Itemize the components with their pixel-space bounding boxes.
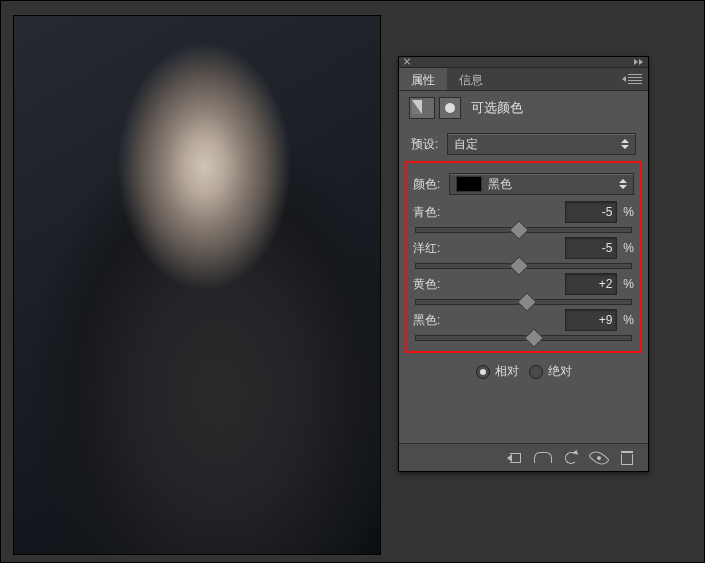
close-icon[interactable] xyxy=(403,58,411,66)
method-radios: 相对 绝对 xyxy=(411,363,636,380)
panel-footer xyxy=(399,443,648,471)
magenta-input[interactable] xyxy=(565,237,617,259)
delete-button[interactable] xyxy=(614,448,640,468)
cyan-unit: % xyxy=(623,205,634,219)
cyan-input[interactable] xyxy=(565,201,617,223)
yellow-input[interactable] xyxy=(565,273,617,295)
cyan-label: 青色: xyxy=(413,204,440,221)
black-unit: % xyxy=(623,313,634,327)
colors-value: 黑色 xyxy=(488,176,512,193)
relative-label: 相对 xyxy=(495,363,519,380)
preset-value: 自定 xyxy=(454,136,478,153)
magenta-slider[interactable] xyxy=(415,263,632,269)
chevron-updown-icon xyxy=(619,179,627,189)
colors-select[interactable]: 黑色 xyxy=(449,173,634,195)
black-label: 黑色: xyxy=(413,312,440,329)
collapse-icon[interactable] xyxy=(634,59,644,65)
yellow-slider[interactable] xyxy=(415,299,632,305)
properties-panel: 属性 信息 可选颜色 预设: 自定 颜色: xyxy=(398,56,649,472)
black-slider[interactable] xyxy=(415,335,632,341)
chevron-updown-icon xyxy=(621,139,629,149)
adjustment-thumb-icon[interactable] xyxy=(409,97,435,119)
panel-menu-button[interactable] xyxy=(628,68,648,90)
magenta-label: 洋红: xyxy=(413,240,440,257)
magenta-unit: % xyxy=(623,241,634,255)
slider-thumb[interactable] xyxy=(524,328,544,348)
reset-button[interactable] xyxy=(558,448,584,468)
adjustment-header: 可选颜色 xyxy=(399,91,648,123)
radio-icon xyxy=(476,365,490,379)
mask-icon[interactable] xyxy=(439,97,461,119)
view-previous-button[interactable] xyxy=(530,448,556,468)
absolute-label: 绝对 xyxy=(548,363,572,380)
absolute-radio[interactable]: 绝对 xyxy=(529,363,572,380)
panel-tabs: 属性 信息 xyxy=(399,68,648,91)
radio-icon xyxy=(529,365,543,379)
tab-properties[interactable]: 属性 xyxy=(399,68,447,90)
panel-header xyxy=(399,57,648,68)
black-input[interactable] xyxy=(565,309,617,331)
yellow-unit: % xyxy=(623,277,634,291)
colors-label: 颜色: xyxy=(413,176,449,193)
adjustment-name: 可选颜色 xyxy=(471,99,523,117)
clip-to-layer-button[interactable] xyxy=(502,448,528,468)
visibility-button[interactable] xyxy=(586,448,612,468)
preset-label: 预设: xyxy=(411,136,447,153)
yellow-label: 黄色: xyxy=(413,276,440,293)
cyan-slider[interactable] xyxy=(415,227,632,233)
document-image xyxy=(14,16,380,554)
preset-select[interactable]: 自定 xyxy=(447,133,636,155)
highlighted-controls: 颜色: 黑色 青色: % xyxy=(405,161,642,353)
swatch-black xyxy=(456,176,482,192)
relative-radio[interactable]: 相对 xyxy=(476,363,519,380)
tab-info[interactable]: 信息 xyxy=(447,68,495,90)
